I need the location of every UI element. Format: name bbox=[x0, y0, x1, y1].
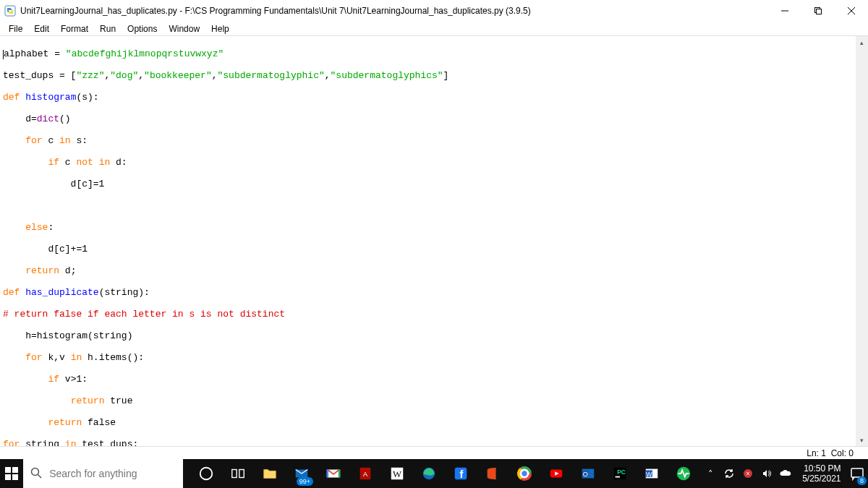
code-text: in bbox=[65, 439, 77, 446]
scroll-up-button[interactable]: ▴ bbox=[856, 36, 868, 48]
code-text bbox=[3, 157, 48, 168]
code-text: # return false if each letter in s is no… bbox=[3, 309, 285, 320]
tray-chevron-icon[interactable]: ˄ bbox=[704, 467, 717, 480]
minimize-button[interactable] bbox=[768, 0, 801, 22]
svg-text:×: × bbox=[746, 470, 750, 477]
notifications-button[interactable]: 8 bbox=[847, 459, 868, 488]
code-text: "bookkeeper" bbox=[144, 70, 212, 81]
tray-volume-icon[interactable] bbox=[760, 467, 773, 480]
code-text: for bbox=[25, 135, 42, 146]
code-text: string bbox=[20, 439, 64, 446]
menubar: File Edit Format Run Options Window Help bbox=[0, 22, 868, 36]
edge-icon[interactable] bbox=[413, 459, 445, 488]
code-text: d= bbox=[3, 114, 37, 124]
status-line: Ln: 1 bbox=[807, 448, 826, 458]
menu-edit[interactable]: Edit bbox=[28, 23, 55, 35]
menu-options[interactable]: Options bbox=[122, 23, 163, 35]
code-text: c bbox=[59, 157, 76, 168]
code-text: def bbox=[3, 287, 20, 298]
code-text: in bbox=[71, 352, 82, 363]
svg-rect-7 bbox=[12, 467, 18, 473]
code-text: else bbox=[25, 222, 48, 233]
system-tray[interactable]: ˄ × bbox=[699, 467, 796, 480]
pycharm-icon[interactable]: PC bbox=[604, 459, 636, 488]
code-text: alphabet = bbox=[4, 48, 66, 59]
tray-security-icon[interactable]: × bbox=[741, 467, 754, 480]
code-text: s: bbox=[71, 135, 88, 146]
code-text: , bbox=[325, 70, 331, 81]
svg-text:W: W bbox=[393, 469, 402, 479]
svg-point-28 bbox=[522, 471, 527, 476]
code-text: d; bbox=[59, 265, 76, 276]
close-button[interactable] bbox=[835, 0, 868, 22]
code-text: "dog" bbox=[110, 70, 138, 81]
cortana-icon[interactable] bbox=[190, 459, 222, 488]
menu-format[interactable]: Format bbox=[55, 23, 94, 35]
acrobat-icon[interactable]: A bbox=[349, 459, 381, 488]
code-text bbox=[3, 135, 25, 146]
code-text: () bbox=[59, 114, 71, 124]
code-text: , bbox=[138, 70, 144, 81]
code-text bbox=[3, 352, 25, 363]
code-text: def bbox=[3, 92, 20, 103]
menu-help[interactable]: Help bbox=[205, 23, 235, 35]
code-text: false bbox=[82, 417, 116, 428]
youtube-icon[interactable] bbox=[540, 459, 572, 488]
tray-onedrive-icon[interactable] bbox=[779, 467, 792, 480]
office-icon[interactable] bbox=[477, 459, 509, 488]
activity-icon[interactable] bbox=[668, 459, 699, 488]
mail-icon[interactable]: 99+ bbox=[286, 459, 318, 488]
code-text: for bbox=[3, 439, 20, 446]
chrome-icon[interactable] bbox=[509, 459, 540, 488]
file-explorer-icon[interactable] bbox=[254, 459, 286, 488]
maximize-button[interactable] bbox=[801, 0, 835, 22]
code-text bbox=[3, 222, 25, 233]
svg-text:A: A bbox=[363, 471, 368, 478]
svg-text:PC: PC bbox=[617, 469, 626, 476]
code-editor[interactable]: alphabet = "abcdefghijklmnopqrstuvwxyz" … bbox=[0, 36, 868, 446]
code-text: in bbox=[59, 135, 71, 146]
svg-rect-8 bbox=[5, 474, 11, 480]
menu-file[interactable]: File bbox=[3, 23, 28, 35]
code-text: d[c]=1 bbox=[3, 179, 104, 189]
task-view-icon[interactable] bbox=[222, 459, 254, 488]
taskbar-clock[interactable]: 10:50 PM 5/25/2021 bbox=[796, 463, 846, 484]
menu-run[interactable]: Run bbox=[94, 23, 122, 35]
code-text: d: bbox=[110, 157, 127, 168]
svg-point-10 bbox=[32, 468, 39, 475]
tray-sync-icon[interactable] bbox=[723, 467, 736, 480]
word-icon[interactable]: W bbox=[636, 459, 668, 488]
code-text bbox=[3, 265, 25, 276]
window-title: Unit7LearningJournal_has_duplicates.py -… bbox=[20, 6, 768, 16]
taskbar-search[interactable] bbox=[23, 459, 183, 488]
gmail-icon[interactable] bbox=[318, 459, 349, 488]
taskbar: 99+ A W f O PC W ˄ × 10:50 PM 5/25/2021 … bbox=[0, 459, 868, 488]
mail-badge: 99+ bbox=[297, 477, 313, 486]
code-text: v>1: bbox=[59, 374, 88, 385]
svg-text:f: f bbox=[460, 468, 464, 480]
facebook-icon[interactable]: f bbox=[445, 459, 477, 488]
outlook-icon[interactable]: O bbox=[572, 459, 604, 488]
code-text: histogram bbox=[25, 92, 76, 103]
vertical-scrollbar[interactable]: ▴ ▾ bbox=[856, 36, 868, 446]
code-text: if bbox=[48, 374, 59, 385]
menu-window[interactable]: Window bbox=[163, 23, 205, 35]
code-text: return bbox=[25, 265, 59, 276]
statusbar: Ln: 1 Col: 0 bbox=[0, 446, 868, 459]
code-text: for bbox=[25, 352, 42, 363]
code-text: "abcdefghijklmnopqrstuvwxyz" bbox=[66, 48, 224, 59]
scroll-down-button[interactable]: ▾ bbox=[856, 434, 868, 446]
svg-rect-13 bbox=[232, 470, 237, 478]
search-input[interactable] bbox=[49, 468, 176, 479]
svg-line-11 bbox=[38, 474, 42, 478]
start-button[interactable] bbox=[0, 459, 23, 488]
svg-text:O: O bbox=[583, 471, 588, 478]
code-text: true bbox=[104, 395, 132, 406]
code-text: return bbox=[71, 395, 105, 406]
code-text: , bbox=[212, 70, 218, 81]
svg-text:W: W bbox=[646, 471, 652, 478]
wikipedia-icon[interactable]: W bbox=[381, 459, 413, 488]
code-text: : bbox=[48, 222, 54, 233]
svg-rect-3 bbox=[817, 9, 822, 14]
idle-app-icon bbox=[4, 5, 16, 17]
